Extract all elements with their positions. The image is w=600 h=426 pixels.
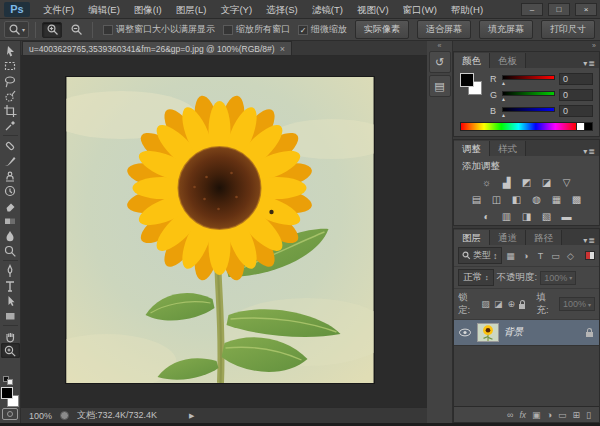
quick-mask-button[interactable] xyxy=(2,408,18,420)
canvas[interactable] xyxy=(21,56,427,407)
filter-type-layers-icon[interactable]: T xyxy=(535,251,547,261)
tab-swatches[interactable]: 色板 xyxy=(490,53,526,68)
move-tool[interactable] xyxy=(1,43,20,58)
opacity-dropdown[interactable]: 100% ▾ xyxy=(540,271,576,285)
threshold-icon[interactable]: ◨ xyxy=(519,210,534,223)
close-button[interactable]: × xyxy=(575,3,597,16)
maximize-button[interactable]: □ xyxy=(548,3,570,16)
marquee-tool[interactable] xyxy=(1,58,20,73)
quick-select-tool[interactable] xyxy=(1,88,20,103)
tab-paths[interactable]: 路径 xyxy=(526,230,562,245)
filter-group-layers-icon[interactable]: ▭ xyxy=(550,251,562,261)
delete-layer-icon[interactable]: ▯ xyxy=(586,410,591,420)
default-swatches-icon[interactable] xyxy=(3,376,17,385)
minimize-button[interactable]: – xyxy=(521,3,543,16)
filter-shape-layers-icon[interactable]: ◇ xyxy=(565,251,577,261)
scrubby-zoom-checkbox[interactable]: ✓ 细微缩放 xyxy=(298,23,347,36)
tab-channels[interactable]: 通道 xyxy=(490,230,526,245)
tab-color[interactable]: 颜色 xyxy=(454,53,490,68)
lock-transparency-icon[interactable]: ▨ xyxy=(480,299,490,309)
lock-pixels-icon[interactable]: ◪ xyxy=(493,299,503,309)
history-brush-tool[interactable] xyxy=(1,183,20,198)
slider-thumb-icon[interactable]: ▲ xyxy=(501,112,506,118)
filter-adjustment-layers-icon[interactable]: ◑ xyxy=(520,251,532,261)
panel-menu-icon[interactable]: ▾≣ xyxy=(583,236,599,245)
collapse-panels-icon[interactable]: » xyxy=(453,41,600,51)
brightness-contrast-icon[interactable]: ☼ xyxy=(479,176,494,189)
vibrance-icon[interactable]: ▽ xyxy=(559,176,574,189)
zoom-level[interactable]: 100% xyxy=(29,411,52,421)
zoom-out-button[interactable] xyxy=(66,22,86,38)
selective-color-icon[interactable]: ▧ xyxy=(539,210,554,223)
curves-icon[interactable]: ◩ xyxy=(519,176,534,189)
history-panel-icon[interactable]: ↺ xyxy=(429,51,451,73)
pen-tool[interactable] xyxy=(1,263,20,278)
fit-screen-button[interactable]: 适合屏幕 xyxy=(417,20,471,39)
black-white-icon[interactable]: ◧ xyxy=(509,193,524,206)
lock-position-icon[interactable]: ⊕ xyxy=(506,299,516,309)
menu-help[interactable]: 帮助(H) xyxy=(444,0,490,19)
menu-select[interactable]: 选择(S) xyxy=(259,0,305,19)
gradient-map-icon[interactable]: ▬ xyxy=(559,210,574,223)
path-select-tool[interactable] xyxy=(1,293,20,308)
photo-filter-icon[interactable]: ◍ xyxy=(529,193,544,206)
gradient-tool[interactable] xyxy=(1,213,20,228)
link-layers-icon[interactable]: ∞ xyxy=(507,410,513,420)
zoom-in-button[interactable] xyxy=(42,22,62,38)
actual-pixels-button[interactable]: 实际像素 xyxy=(355,20,409,39)
eraser-tool[interactable] xyxy=(1,198,20,213)
clone-stamp-tool[interactable] xyxy=(1,168,20,183)
white-swatch[interactable] xyxy=(577,122,585,131)
color-spectrum-ramp[interactable] xyxy=(460,122,577,131)
fill-dropdown[interactable]: 100% ▾ xyxy=(559,297,595,311)
blue-value[interactable]: 0 xyxy=(559,105,593,117)
resize-windows-checkbox[interactable]: 调整窗口大小以满屏显示 xyxy=(103,23,215,36)
filter-pixel-layers-icon[interactable]: ▦ xyxy=(505,251,517,261)
menu-window[interactable]: 窗口(W) xyxy=(396,0,444,19)
layer-row-background[interactable]: 背景 xyxy=(454,320,599,346)
menu-file[interactable]: 文件(F) xyxy=(36,0,81,19)
red-slider[interactable]: ▲ xyxy=(502,75,555,84)
menu-view[interactable]: 视图(V) xyxy=(350,0,396,19)
filter-kind-dropdown[interactable]: 类型 ↕ xyxy=(458,247,502,264)
panel-menu-icon[interactable]: ▾≣ xyxy=(583,147,599,156)
type-tool[interactable] xyxy=(1,278,20,293)
levels-icon[interactable]: ▟ xyxy=(499,176,514,189)
tab-styles[interactable]: 样式 xyxy=(490,141,526,156)
slider-thumb-icon[interactable]: ▲ xyxy=(501,96,506,102)
sunflower-image[interactable] xyxy=(66,77,374,383)
layer-mask-icon[interactable]: ▣ xyxy=(532,410,541,420)
current-tool-badge[interactable]: ▾ xyxy=(4,21,29,38)
new-layer-icon[interactable]: ⊞ xyxy=(573,410,581,420)
posterize-icon[interactable]: ▥ xyxy=(499,210,514,223)
tab-layers[interactable]: 图层 xyxy=(454,230,490,245)
channel-mixer-icon[interactable]: ▦ xyxy=(549,193,564,206)
blur-tool[interactable] xyxy=(1,228,20,243)
eyedropper-tool[interactable] xyxy=(1,118,20,133)
blue-slider[interactable]: ▲ xyxy=(502,107,555,116)
layer-thumbnail[interactable] xyxy=(477,323,499,342)
hand-tool[interactable] xyxy=(1,328,20,343)
color-lookup-icon[interactable]: ▩ xyxy=(569,193,584,206)
dodge-tool[interactable] xyxy=(1,243,20,258)
menu-type[interactable]: 文字(Y) xyxy=(213,0,259,19)
invert-icon[interactable]: ◐ xyxy=(479,210,494,223)
document-tab[interactable]: u=4003629765,3539360341&fm=26&gp=0.jpg @… xyxy=(22,41,292,55)
shape-tool[interactable] xyxy=(1,308,20,323)
foreground-color-swatch[interactable] xyxy=(1,387,13,399)
fill-screen-button[interactable]: 填充屏幕 xyxy=(479,20,533,39)
filter-toggle-switch[interactable] xyxy=(585,251,595,260)
foreground-background-swatches[interactable] xyxy=(1,387,19,407)
healing-tool[interactable] xyxy=(1,138,20,153)
red-value[interactable]: 0 xyxy=(559,73,593,85)
layer-style-icon[interactable]: fx xyxy=(519,410,526,420)
lock-all-icon[interactable] xyxy=(519,304,525,309)
black-swatch[interactable] xyxy=(585,122,593,131)
hue-saturation-icon[interactable]: ▤ xyxy=(469,193,484,206)
crop-tool[interactable] xyxy=(1,103,20,118)
panel-menu-icon[interactable]: ▾≣ xyxy=(583,59,599,68)
zoom-tool[interactable] xyxy=(1,343,20,358)
green-value[interactable]: 0 xyxy=(559,89,593,101)
layer-visibility-toggle[interactable] xyxy=(458,328,472,337)
layers-empty-area[interactable] xyxy=(454,346,599,406)
